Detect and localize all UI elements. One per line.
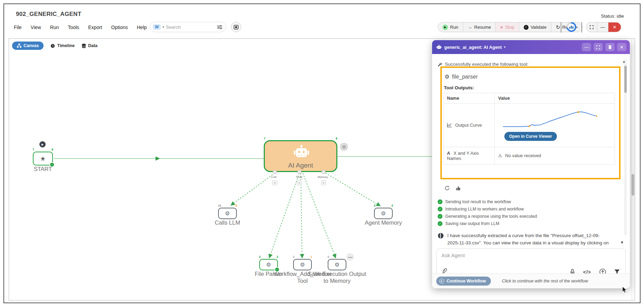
menu-file[interactable]: File: [14, 25, 22, 30]
menu-tools[interactable]: Tools: [68, 25, 79, 30]
scroll-up-icon[interactable]: ▲: [622, 60, 626, 63]
filter-sliders-icon[interactable]: [217, 25, 222, 29]
add-memory-button[interactable]: +: [321, 180, 326, 185]
expand-icon: [590, 25, 594, 29]
fullscreen-button[interactable]: [586, 22, 597, 32]
app-window: 902_GENERIC_AGENT Status: idle File View…: [0, 0, 644, 306]
badge-count: 4: [327, 255, 329, 259]
expand-icon: [596, 45, 600, 49]
divider: [581, 22, 582, 33]
node-workflow-add-worker[interactable]: 2 1 ⚙ Workflow_Add_Worker Tool: [293, 259, 312, 270]
gear-icon: ⚙: [381, 211, 386, 216]
menu-options[interactable]: Options: [111, 25, 128, 30]
check-circle-icon: ✓: [438, 207, 442, 212]
badge-count: 3: [374, 204, 375, 207]
node-start[interactable]: 7 8 * ✓ START: [33, 152, 53, 165]
play-circle-icon: ▶: [439, 279, 444, 284]
robot-icon: [293, 145, 310, 159]
menu-run[interactable]: Run: [50, 25, 59, 30]
chevron-down-icon[interactable]: ▾: [162, 25, 164, 29]
open-curve-viewer-button[interactable]: Open in Curve Viewer: [504, 132, 557, 141]
execution-steps: ✓Sending tool result to the workflow ✓In…: [438, 199, 537, 226]
tab-data[interactable]: Data: [82, 43, 97, 48]
collapse-node-button[interactable]: —: [346, 253, 354, 261]
node-agent-memory[interactable]: 3 3 ⚙ Agent Memory: [374, 208, 393, 219]
node-run-icon[interactable]: ▶: [39, 141, 46, 147]
check-circle-icon: ✓: [438, 221, 442, 226]
minimize-button[interactable]: —: [597, 22, 608, 32]
check-circle-icon: ✓: [524, 25, 529, 30]
wrench-icon: [438, 62, 442, 66]
menu-export[interactable]: Export: [88, 25, 102, 30]
port-memory[interactable]: [321, 170, 326, 174]
port-label-memory: Memory: [318, 176, 328, 179]
port-llm[interactable]: [273, 170, 277, 174]
node-file-parser[interactable]: 2 2 ⚙ ✓ File Parser: [259, 259, 278, 270]
view-tabs: Canvas Timeline Data: [12, 42, 97, 50]
tool-outputs-label: Tool Outputs:: [444, 85, 474, 90]
node-settings-icon[interactable]: ⚙: [340, 143, 348, 151]
usage-ring-chart-icon: [566, 22, 577, 32]
node-ai-agent[interactable]: 7 8 AI Agent: [264, 140, 337, 172]
node-label: Calls LLM: [215, 219, 240, 226]
panel-expand-button[interactable]: [594, 43, 603, 51]
continue-workflow-button[interactable]: ▶ Continue Workflow: [436, 277, 491, 286]
agent-panel-body: Successfully executed the following tool…: [432, 54, 630, 273]
output-curve-cell: Open in Curve Viewer: [495, 104, 615, 147]
node-calls-llm[interactable]: 16 8 ⚙ Calls LLM: [218, 208, 237, 219]
step-item: ✓Sending tool result to the workflow: [438, 199, 537, 204]
warning-icon: ⚠: [498, 153, 502, 158]
badge-count: 8: [336, 137, 337, 140]
clock-icon: [50, 44, 55, 48]
canvas-scrollbar-thumb[interactable]: [632, 174, 634, 196]
step-item: ✓Generating a response using the tools e…: [438, 214, 537, 219]
chevron-down-icon[interactable]: ▾: [504, 45, 506, 49]
panel-close-button[interactable]: ✕: [617, 43, 626, 51]
badge-count: 16: [218, 204, 221, 207]
search-bar[interactable]: W ▾: [150, 22, 226, 32]
panel-minimize-button[interactable]: —: [582, 43, 591, 51]
panel-delete-button[interactable]: [605, 43, 615, 51]
menu-help[interactable]: Help: [137, 25, 147, 30]
badge-count: 8: [52, 148, 53, 151]
stop-button[interactable]: ■ Stop: [496, 22, 519, 32]
mouse-cursor: [622, 287, 628, 294]
validate-button[interactable]: ✓ Validate: [519, 22, 551, 32]
gear-icon: ⚙: [300, 262, 305, 268]
resume-button[interactable]: → Resume: [463, 22, 496, 32]
divider: [561, 22, 561, 33]
badge-count: 3: [391, 204, 393, 207]
gear-icon: ⚙: [445, 73, 449, 80]
node-save-execution-output[interactable]: 4 ⚙ Save Execution Output to Memory: [328, 259, 346, 270]
tab-canvas[interactable]: Canvas: [12, 42, 44, 50]
refresh-icon[interactable]: [445, 186, 450, 191]
run-button[interactable]: ▶ Run: [438, 22, 463, 32]
thumbs-up-icon[interactable]: [456, 186, 461, 191]
ask-agent-input[interactable]: [437, 249, 625, 266]
paperclip-icon[interactable]: [441, 268, 447, 274]
panel-scrollbar-thumb[interactable]: [624, 66, 627, 93]
robot-icon: [436, 45, 442, 50]
tab-timeline[interactable]: Timeline: [50, 43, 74, 48]
menu-view[interactable]: View: [31, 25, 41, 30]
canvas-scrollbar[interactable]: [631, 39, 635, 300]
badge-count: 1: [310, 255, 312, 259]
add-llm-button[interactable]: +: [272, 180, 277, 185]
badge-count: 7: [264, 137, 265, 140]
database-icon: [82, 44, 86, 48]
search-scope-chip[interactable]: W: [153, 24, 161, 30]
check-circle-icon: ✓: [438, 199, 442, 204]
screenshot-button[interactable]: [231, 22, 241, 32]
agent-panel-title[interactable]: generic_ai_agent: AI Agent: [444, 45, 502, 50]
check-circle-icon: ✓: [438, 214, 442, 219]
badge-count: 7: [32, 148, 34, 151]
close-button[interactable]: ✕: [608, 22, 621, 32]
footer-hint: Click to continue with the rest of the w…: [502, 279, 588, 284]
add-tool-button[interactable]: +: [297, 180, 302, 185]
usage-meter-button[interactable]: [566, 22, 577, 32]
output-curve-chart: [503, 109, 597, 130]
search-input[interactable]: [166, 25, 215, 30]
port-tools[interactable]: [297, 170, 301, 174]
agent-panel-header[interactable]: generic_ai_agent: AI Agent ▾ — ✕: [432, 40, 630, 54]
expand-message-icon[interactable]: ▼: [620, 240, 624, 244]
